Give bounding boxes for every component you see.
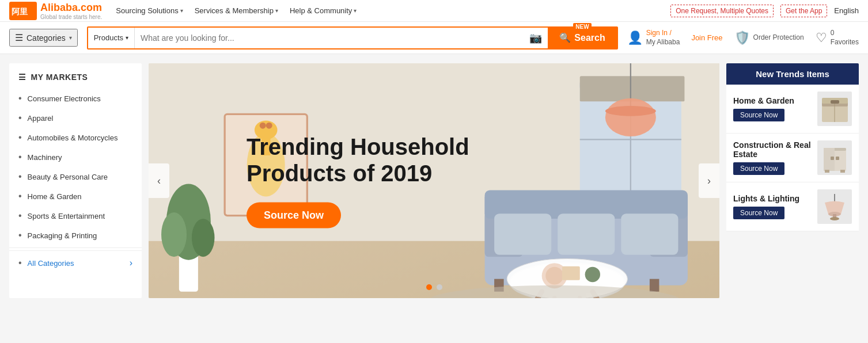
main-nav: ☰ Categories ▾ Products ▾ NEW 📷 🔍 Search… bbox=[0, 22, 868, 54]
hamburger-icon: ☰ bbox=[18, 73, 26, 82]
sidebar-item-beauty[interactable]: Beauty & Personal Care bbox=[9, 167, 142, 186]
search-bar: Products ▾ NEW 📷 🔍 Search bbox=[87, 26, 618, 49]
svg-text:阿里: 阿里 bbox=[12, 7, 28, 16]
search-button[interactable]: 🔍 Search bbox=[548, 28, 616, 48]
svg-point-34 bbox=[545, 267, 563, 285]
banner: ‹ Trending Household Products of 2019 So… bbox=[149, 63, 719, 298]
services-membership-link[interactable]: Services & Membership ▾ bbox=[195, 6, 278, 15]
top-nav-links: Sourcing Solutions ▾ Services & Membersh… bbox=[116, 6, 670, 15]
sidebar-item-consumer-electronics[interactable]: Consumer Electronics bbox=[9, 89, 142, 108]
banner-content: Trending Household Products of 2019 Sour… bbox=[247, 134, 469, 228]
svg-rect-50 bbox=[831, 157, 834, 160]
svg-point-17 bbox=[260, 123, 266, 129]
chevron-down-icon: ▾ bbox=[180, 7, 183, 14]
chevron-down-icon: ▾ bbox=[275, 7, 278, 14]
sidebar-item-apparel[interactable]: Apparel bbox=[9, 108, 142, 128]
right-panel: New Trends Items Home & Garden Source No… bbox=[726, 63, 859, 298]
svg-point-36 bbox=[585, 267, 600, 282]
svg-rect-35 bbox=[562, 266, 580, 280]
sourcing-solutions-link[interactable]: Sourcing Solutions ▾ bbox=[116, 6, 183, 15]
language-selector[interactable]: English bbox=[834, 6, 859, 15]
construction-image bbox=[817, 140, 852, 175]
search-category-dropdown[interactable]: Products ▾ bbox=[88, 28, 135, 48]
categories-button[interactable]: ☰ Categories ▾ bbox=[9, 29, 78, 47]
svg-point-39 bbox=[161, 212, 187, 257]
lights-image bbox=[817, 189, 852, 224]
sidebar-item-sports[interactable]: Sports & Entertainment bbox=[9, 206, 142, 226]
banner-title: Trending Household Products of 2019 bbox=[247, 134, 469, 186]
alibaba-logo-icon: 阿里 bbox=[9, 2, 37, 20]
sidebar-item-automobiles[interactable]: Automobiles & Motorcycles bbox=[9, 128, 142, 147]
help-community-link[interactable]: Help & Community ▾ bbox=[290, 6, 357, 15]
join-free-action[interactable]: Join Free bbox=[691, 33, 722, 42]
signin-action[interactable]: 👤 Sign In / My Alibaba bbox=[627, 29, 680, 47]
trend-item-home-garden: Home & Garden Source Now bbox=[726, 85, 859, 134]
chevron-down-icon: ▾ bbox=[126, 35, 128, 41]
main-nav-right: 👤 Sign In / My Alibaba Join Free 🛡️ Orde… bbox=[627, 29, 859, 47]
svg-rect-8 bbox=[580, 76, 685, 101]
camera-icon[interactable]: 📷 bbox=[524, 32, 548, 44]
sidebar-item-packaging[interactable]: Packaging & Printing bbox=[9, 226, 142, 245]
svg-rect-26 bbox=[650, 279, 659, 292]
banner-dot-1[interactable] bbox=[426, 284, 432, 290]
logo-text: Alibaba.com Global trade starts here. bbox=[40, 2, 102, 20]
search-input[interactable] bbox=[135, 33, 524, 43]
lamp-icon bbox=[819, 191, 851, 223]
sidebar-header: ☰ MY MARKETS bbox=[9, 73, 142, 89]
svg-rect-53 bbox=[840, 170, 845, 173]
svg-rect-51 bbox=[836, 157, 839, 160]
get-app-button[interactable]: Get the App bbox=[780, 5, 827, 17]
sidebar-item-home-garden[interactable]: Home & Garden bbox=[9, 186, 142, 206]
quote-button[interactable]: One Request, Multiple Quotes bbox=[670, 5, 774, 17]
svg-rect-52 bbox=[825, 170, 829, 173]
new-badge: NEW bbox=[573, 23, 591, 31]
order-protection-action[interactable]: 🛡️ Order Protection bbox=[734, 31, 804, 45]
user-icon: 👤 bbox=[627, 31, 643, 45]
top-nav: 阿里 Alibaba.com Global trade starts here.… bbox=[0, 0, 868, 22]
top-nav-right: One Request, Multiple Quotes Get the App… bbox=[670, 5, 859, 17]
sidebar-item-machinery[interactable]: Machinery bbox=[9, 147, 142, 167]
storage-box-icon bbox=[819, 93, 851, 125]
svg-rect-24 bbox=[621, 214, 678, 255]
banner-dot-2[interactable] bbox=[437, 284, 442, 290]
banner-source-now-button[interactable]: Source Now bbox=[247, 203, 341, 228]
search-icon: 🔍 bbox=[559, 32, 571, 43]
svg-point-11 bbox=[605, 106, 656, 116]
sidebar: ☰ MY MARKETS Consumer Electronics Appare… bbox=[9, 63, 142, 298]
svg-rect-23 bbox=[558, 214, 615, 255]
banner-dots bbox=[426, 284, 442, 290]
favorites-action[interactable]: ♡ 0 Favorites bbox=[816, 29, 859, 47]
trend-item-lights: Lights & Lighting Source Now bbox=[726, 182, 859, 231]
chevron-down-icon: ▾ bbox=[354, 7, 357, 14]
heart-icon: ♡ bbox=[816, 31, 827, 45]
source-now-construction-button[interactable]: Source Now bbox=[733, 162, 784, 175]
svg-point-57 bbox=[830, 217, 839, 220]
source-now-home-garden-button[interactable]: Source Now bbox=[733, 109, 784, 121]
main-content: ☰ MY MARKETS Consumer Electronics Appare… bbox=[0, 54, 868, 307]
banner-next-button[interactable]: › bbox=[699, 163, 719, 198]
svg-rect-22 bbox=[494, 214, 551, 255]
chevron-down-icon: ▾ bbox=[69, 35, 72, 41]
banner-prev-button[interactable]: ‹ bbox=[149, 163, 169, 198]
hamburger-icon: ☰ bbox=[15, 32, 23, 43]
trend-item-construction: Construction & Real Estate Source Now bbox=[726, 134, 859, 182]
right-panel-header: New Trends Items bbox=[726, 63, 859, 85]
svg-rect-46 bbox=[831, 100, 839, 104]
svg-point-40 bbox=[192, 219, 215, 257]
sidebar-item-all-categories[interactable]: All Categories bbox=[9, 250, 142, 273]
logo[interactable]: 阿里 Alibaba.com Global trade starts here. bbox=[9, 2, 102, 20]
shield-icon: 🛡️ bbox=[734, 31, 750, 45]
home-garden-image bbox=[817, 92, 852, 126]
cabinet-icon bbox=[819, 142, 851, 174]
svg-point-16 bbox=[266, 123, 272, 129]
source-now-lights-button[interactable]: Source Now bbox=[733, 207, 784, 219]
svg-point-10 bbox=[605, 98, 656, 136]
